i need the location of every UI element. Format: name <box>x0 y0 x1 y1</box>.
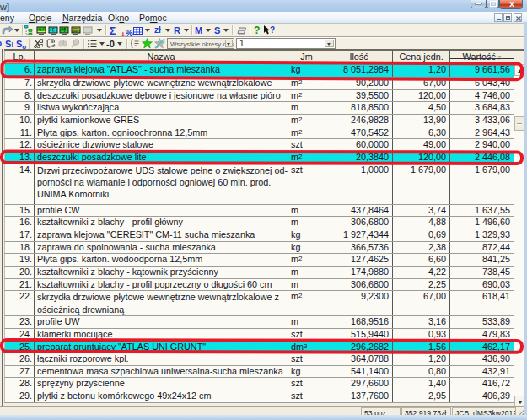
svg-text:?: ? <box>270 25 275 35</box>
